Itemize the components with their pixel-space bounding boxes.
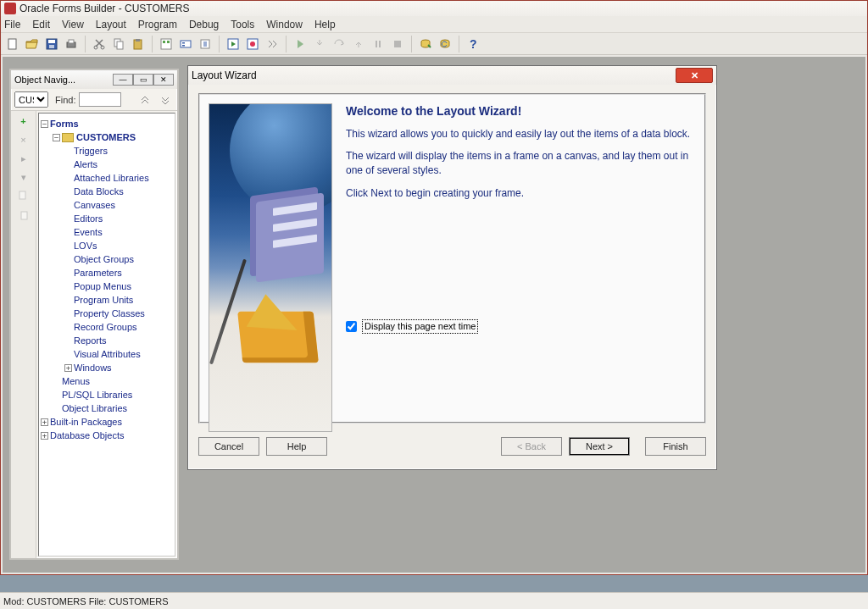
save-icon[interactable] [43, 36, 60, 53]
svg-rect-9 [117, 42, 123, 49]
display-next-time-checkbox[interactable] [346, 321, 357, 332]
paste-icon[interactable] [130, 36, 147, 53]
close-button[interactable]: ✕ [153, 74, 174, 86]
layout-editor-icon[interactable] [158, 36, 175, 53]
tree-node[interactable]: +Database Objects [39, 429, 173, 442]
tree-node[interactable]: −CUSTOMERS [39, 130, 173, 144]
tree-node[interactable]: Events [39, 225, 173, 239]
delete-icon[interactable]: × [16, 133, 31, 147]
tree-node[interactable]: +Windows [39, 361, 173, 374]
find-input[interactable] [79, 92, 121, 107]
tree-node[interactable]: Property Classes [39, 307, 173, 320]
step-out-icon[interactable] [350, 36, 367, 53]
navigator-toolbar: CUS Find: [11, 89, 177, 111]
svg-point-21 [250, 42, 255, 47]
create-icon[interactable]: + [16, 114, 31, 128]
step-over-icon[interactable] [331, 36, 348, 53]
app-title: Oracle Forms Builder - CUSTOMERS [19, 3, 189, 14]
wizard-close-button[interactable]: ✕ [676, 68, 713, 83]
tree-node[interactable]: Object Libraries [39, 401, 173, 415]
stop-icon[interactable] [389, 36, 406, 53]
step-into-icon[interactable] [311, 36, 328, 53]
next-button[interactable]: Next > [569, 437, 630, 456]
title-bar[interactable]: Oracle Forms Builder - CUSTOMERS [1, 1, 867, 16]
print-icon[interactable] [63, 36, 80, 53]
minimize-button[interactable]: — [113, 74, 133, 86]
menu-debug[interactable]: Debug [189, 19, 219, 30]
menu-view[interactable]: View [62, 19, 84, 30]
navigator-title-bar[interactable]: Object Navig... — ▭ ✕ [11, 70, 177, 89]
expand-all-icon[interactable] [136, 92, 153, 108]
tree-node[interactable]: Attached Libraries [39, 171, 173, 185]
wizard-text: Welcome to the Layout Wizard! This wizar… [346, 103, 696, 413]
svg-rect-24 [394, 41, 401, 47]
paste-props-icon[interactable] [16, 208, 31, 221]
open-icon[interactable] [24, 36, 41, 53]
navigator-selector[interactable]: CUS [14, 91, 48, 108]
collapse-all-icon[interactable] [157, 92, 174, 108]
wizard-para-1: This wizard allows you to quickly and ea… [346, 127, 696, 141]
cancel-button[interactable]: Cancel [198, 437, 259, 456]
menu-tools[interactable]: Tools [231, 19, 254, 30]
tree-node[interactable]: +Built-in Packages [39, 415, 173, 429]
back-button[interactable]: < Back [501, 437, 562, 456]
tree-node[interactable]: Editors [39, 212, 173, 225]
app-window: Oracle Forms Builder - CUSTOMERS File Ed… [0, 0, 868, 575]
tree-node[interactable]: Popup Menus [39, 280, 173, 293]
wizard-illustration [209, 103, 332, 432]
tree-node[interactable]: −Forms [39, 117, 173, 130]
svg-rect-14 [167, 41, 170, 43]
tree-node[interactable]: Data Blocks [39, 185, 173, 198]
svg-rect-11 [136, 39, 140, 42]
lov-wizard-icon[interactable] [197, 36, 214, 53]
compile-icon[interactable] [264, 36, 281, 53]
new-icon[interactable] [4, 36, 21, 53]
tree-node[interactable]: Parameters [39, 266, 173, 280]
tree-node[interactable]: Canvases [39, 198, 173, 212]
db-refresh-icon[interactable] [437, 36, 453, 53]
menu-file[interactable]: File [4, 19, 20, 30]
help-icon[interactable]: ? [465, 36, 481, 53]
tree-node[interactable]: Triggers [39, 144, 173, 158]
run-form-icon[interactable] [225, 36, 242, 53]
db-connect-icon[interactable] [417, 36, 434, 53]
expand-icon[interactable]: ▸ [16, 152, 31, 165]
svg-text:?: ? [470, 37, 477, 51]
display-next-time-label[interactable]: Display this page next time [362, 319, 478, 334]
mdi-client-area: Object Navig... — ▭ ✕ CUS Find: + × [3, 57, 865, 573]
wizard-title-bar[interactable]: Layout Wizard ✕ [188, 66, 716, 85]
wizard-body: Welcome to the Layout Wizard! This wizar… [198, 93, 706, 424]
tree-node[interactable]: Visual Attributes [39, 347, 173, 361]
menu-program[interactable]: Program [138, 19, 177, 30]
go-icon[interactable] [292, 36, 309, 53]
status-text: Mod: CUSTOMERS File: CUSTOMERS [3, 596, 169, 606]
menu-help[interactable]: Help [314, 19, 336, 30]
tree-node[interactable]: Object Groups [39, 252, 173, 266]
svg-rect-17 [182, 45, 185, 47]
menu-edit[interactable]: Edit [32, 19, 50, 30]
menu-layout[interactable]: Layout [96, 19, 126, 30]
tree-node[interactable]: LOVs [39, 239, 173, 252]
copy-icon[interactable] [110, 36, 127, 53]
copy-props-icon[interactable] [16, 189, 31, 202]
wizard-para-2: The wizard will display the items in a f… [346, 149, 696, 178]
tree-node[interactable]: Reports [39, 334, 173, 347]
help-button[interactable]: Help [266, 437, 327, 456]
tree-node[interactable]: PL/SQL Libraries [39, 388, 173, 401]
tree-node[interactable]: Record Groups [39, 320, 173, 334]
collapse-icon[interactable]: ▾ [16, 170, 31, 184]
main-toolbar: ? [1, 33, 867, 55]
run-debug-icon[interactable] [244, 36, 261, 53]
block-wizard-icon[interactable] [177, 36, 194, 53]
tree-node[interactable]: Program Units [39, 293, 173, 307]
tree-node[interactable]: Alerts [39, 158, 173, 171]
menu-window[interactable]: Window [266, 19, 303, 30]
app-icon [4, 3, 16, 14]
finish-button[interactable]: Finish [645, 437, 706, 456]
pause-icon[interactable] [370, 36, 387, 53]
maximize-button[interactable]: ▭ [133, 74, 153, 86]
tree-node[interactable]: Menus [39, 374, 173, 388]
tree-view[interactable]: −Forms−CUSTOMERSTriggersAlertsAttached L… [38, 113, 175, 556]
svg-rect-3 [49, 45, 54, 48]
cut-icon[interactable] [91, 36, 108, 53]
